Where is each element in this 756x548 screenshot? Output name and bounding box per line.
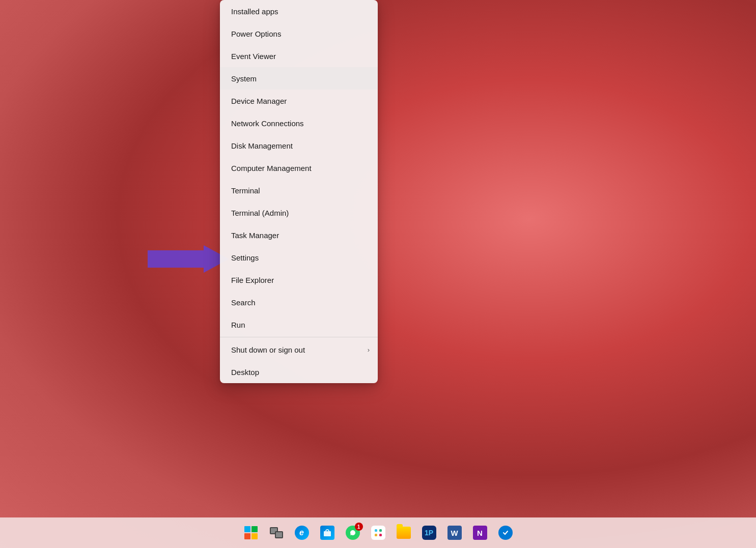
onenote-icon: N — [473, 526, 487, 540]
files-button[interactable] — [393, 522, 415, 544]
menu-item-network-connections[interactable]: Network Connections — [220, 112, 378, 134]
menu-item-disk-management[interactable]: Disk Management — [220, 134, 378, 157]
whatsapp-button[interactable]: 1 — [342, 522, 364, 544]
store-button[interactable] — [316, 522, 339, 544]
menu-item-device-manager[interactable]: Device Manager — [220, 90, 378, 112]
onenote-button[interactable]: N — [469, 522, 491, 544]
slack-icon — [371, 526, 385, 540]
edge-icon: e — [295, 526, 309, 540]
start-button[interactable] — [240, 522, 262, 544]
chevron-right-icon: › — [368, 346, 370, 354]
whatsapp-badge: 1 — [355, 523, 363, 531]
task-view-button[interactable] — [265, 522, 288, 544]
files-icon — [397, 527, 411, 539]
menu-item-power-options[interactable]: Power Options — [220, 22, 378, 45]
menu-item-installed-apps[interactable]: Installed apps — [220, 0, 378, 22]
menu-item-shut-down[interactable]: Shut down or sign out › — [220, 338, 378, 361]
svg-rect-1 — [324, 531, 331, 536]
desktop: Installed apps Power Options Event Viewe… — [0, 0, 756, 548]
menu-item-event-viewer[interactable]: Event Viewer — [220, 45, 378, 67]
store-icon — [320, 526, 334, 540]
context-menu: Installed apps Power Options Event Viewe… — [220, 0, 378, 383]
menu-item-terminal[interactable]: Terminal — [220, 179, 378, 201]
menu-item-run[interactable]: Run — [220, 313, 378, 336]
edge-button[interactable]: e — [291, 522, 313, 544]
planner-button[interactable] — [494, 522, 517, 544]
svg-rect-5 — [375, 534, 377, 536]
windows-logo-icon — [244, 526, 258, 539]
onepassword-button[interactable]: 1P — [418, 522, 440, 544]
menu-item-computer-management[interactable]: Computer Management — [220, 157, 378, 179]
svg-rect-6 — [379, 534, 382, 536]
menu-item-settings[interactable]: Settings — [220, 246, 378, 269]
word-icon: W — [447, 526, 462, 540]
menu-divider — [220, 337, 378, 337]
menu-item-file-explorer[interactable]: File Explorer — [220, 269, 378, 291]
store-bag-icon — [323, 528, 332, 537]
menu-item-desktop[interactable]: Desktop — [220, 361, 378, 383]
svg-rect-4 — [379, 529, 382, 532]
svg-marker-0 — [148, 245, 229, 273]
menu-item-system[interactable]: System — [220, 67, 378, 90]
word-button[interactable]: W — [443, 522, 466, 544]
svg-rect-3 — [375, 529, 377, 532]
onepassword-icon: 1P — [422, 526, 436, 540]
menu-item-terminal-admin[interactable]: Terminal (Admin) — [220, 201, 378, 224]
menu-item-search[interactable]: Search — [220, 291, 378, 313]
planner-icon — [498, 526, 513, 540]
menu-item-task-manager[interactable]: Task Manager — [220, 224, 378, 246]
slack-button[interactable] — [367, 522, 389, 544]
arrow-indicator — [148, 245, 229, 273]
taskview-icon — [270, 527, 283, 538]
taskbar: e 1 — [0, 517, 756, 548]
